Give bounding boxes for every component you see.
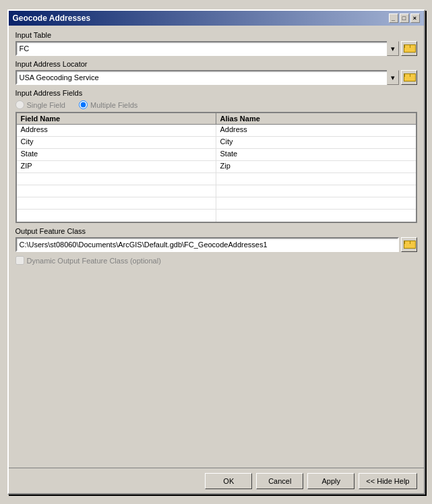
single-field-radio-label[interactable]: Single Field xyxy=(16,100,65,109)
alias-name-cell: Zip xyxy=(216,161,416,172)
alias-name-cell-empty xyxy=(216,173,416,185)
multiple-fields-radio-label[interactable]: Multiple Fields xyxy=(79,100,137,109)
field-name-cell: Address xyxy=(17,125,216,136)
table-row[interactable]: City City xyxy=(17,137,416,149)
input-address-locator-label: Input Address Locator xyxy=(16,60,417,68)
spacer xyxy=(16,269,417,465)
field-name-cell: State xyxy=(17,149,216,160)
hide-help-button[interactable]: << Hide Help xyxy=(359,473,416,489)
output-feature-class-label: Output Feature Class xyxy=(16,227,417,235)
input-address-locator-wrapper: USA Geocoding Service ▾ xyxy=(16,70,399,85)
apply-button[interactable]: Apply xyxy=(307,473,354,489)
minimize-button[interactable]: _ xyxy=(389,13,398,23)
folder-icon-2 xyxy=(404,73,414,82)
single-field-text: Single Field xyxy=(27,101,65,109)
alias-name-cell: City xyxy=(216,137,416,148)
field-name-cell: ZIP xyxy=(17,161,216,172)
input-table-label: Input Table xyxy=(16,31,417,39)
input-table-row: FC ▾ xyxy=(16,41,417,56)
output-feature-class-group: Output Feature Class xyxy=(16,227,417,252)
maximize-button[interactable]: □ xyxy=(400,13,409,23)
input-table-group: Input Table FC ▾ xyxy=(16,31,417,56)
title-bar-buttons: _ □ × xyxy=(389,13,420,23)
radio-group: Single Field Multiple Fields xyxy=(16,99,417,111)
title-bar: Geocode Addresses _ □ × xyxy=(9,11,424,26)
table-row-empty[interactable] xyxy=(17,185,416,197)
col-field-name: Field Name xyxy=(17,113,216,124)
alias-name-cell: State xyxy=(216,149,416,160)
main-content: Input Table FC ▾ Input Address Locator U… xyxy=(9,26,424,468)
alias-name-cell-empty xyxy=(216,185,416,197)
table-row-empty[interactable] xyxy=(17,197,416,210)
output-path-input[interactable] xyxy=(16,237,399,252)
input-table-dropdown-wrapper: FC ▾ xyxy=(16,41,399,56)
input-table-folder-button[interactable] xyxy=(401,41,417,56)
field-name-cell-empty xyxy=(17,173,216,185)
input-address-locator-group: Input Address Locator USA Geocoding Serv… xyxy=(16,60,417,85)
single-field-radio[interactable] xyxy=(16,100,24,109)
table-row[interactable]: State State xyxy=(17,149,416,161)
close-button[interactable]: × xyxy=(410,13,420,23)
table-body: Address Address City City State State ZI… xyxy=(17,125,416,222)
table-header: Field Name Alias Name xyxy=(17,113,416,125)
address-fields-table: Field Name Alias Name Address Address Ci… xyxy=(16,112,417,223)
folder-icon xyxy=(404,44,414,53)
col-alias-name: Alias Name xyxy=(216,113,416,124)
multiple-fields-text: Multiple Fields xyxy=(90,101,137,109)
alias-name-cell: Address xyxy=(216,125,416,136)
dynamic-output-label: Dynamic Output Feature Class (optional) xyxy=(27,257,161,265)
input-address-locator-folder-button[interactable] xyxy=(401,70,417,85)
table-row[interactable]: ZIP Zip xyxy=(17,161,416,173)
field-name-cell-empty xyxy=(17,197,216,209)
output-folder-button[interactable] xyxy=(401,237,417,252)
multiple-fields-radio[interactable] xyxy=(79,100,88,109)
field-name-cell-empty xyxy=(17,185,216,197)
table-row-empty[interactable] xyxy=(17,173,416,185)
folder-icon-3 xyxy=(404,241,414,249)
ok-button[interactable]: OK xyxy=(205,473,252,489)
input-address-fields-group: Input Address Fields Single Field Multip… xyxy=(16,89,417,223)
input-table-select[interactable]: FC xyxy=(16,41,399,56)
bottom-bar: OK Cancel Apply << Hide Help xyxy=(9,468,424,493)
input-address-fields-label: Input Address Fields xyxy=(16,89,417,97)
geocode-addresses-dialog: Geocode Addresses _ □ × Input Table FC ▾ xyxy=(7,9,425,495)
table-row[interactable]: Address Address xyxy=(17,125,416,137)
field-name-cell-empty xyxy=(17,210,216,222)
dynamic-output-checkbox[interactable] xyxy=(16,256,24,265)
field-name-cell: City xyxy=(17,137,216,148)
table-row-empty[interactable] xyxy=(17,210,416,222)
input-address-locator-select[interactable]: USA Geocoding Service xyxy=(16,70,399,85)
alias-name-cell-empty xyxy=(216,210,416,222)
cancel-button[interactable]: Cancel xyxy=(256,473,303,489)
output-feature-class-row xyxy=(16,237,417,252)
window-title: Geocode Addresses xyxy=(13,13,91,23)
input-address-locator-row: USA Geocoding Service ▾ xyxy=(16,70,417,85)
alias-name-cell-empty xyxy=(216,197,416,209)
dynamic-output-row: Dynamic Output Feature Class (optional) xyxy=(16,256,417,265)
